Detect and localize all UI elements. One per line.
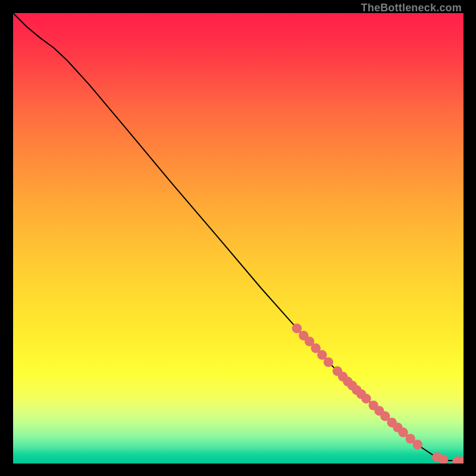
highlighted-points (292, 324, 464, 464)
attribution-label: TheBottleneck.com (361, 2, 462, 14)
plot-area (13, 13, 464, 464)
chart-stage: TheBottleneck.com (0, 0, 476, 476)
data-point (292, 324, 302, 333)
data-point (413, 440, 422, 449)
bottleneck-curve (13, 13, 464, 461)
data-point (324, 357, 333, 367)
data-point (361, 394, 371, 403)
chart-svg (13, 13, 464, 464)
